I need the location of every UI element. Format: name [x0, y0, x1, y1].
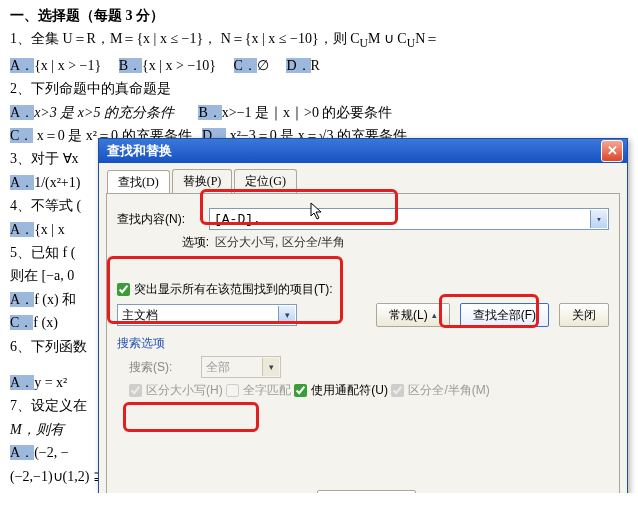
- red-box-4: [123, 402, 259, 432]
- dropdown-icon: ▾: [262, 358, 279, 376]
- dialog-tabs: 查找(D) 替换(P) 定位(G): [99, 163, 627, 193]
- whole-checkbox: 全字匹配: [226, 382, 291, 399]
- search-dir-dropdown: 全部 ▾: [201, 356, 281, 378]
- dropdown-icon[interactable]: ▾: [590, 210, 607, 228]
- find-replace-dialog: 查找和替换 ✕ 查找(D) 替换(P) 定位(G) 查找内容(N): [A-D]…: [98, 138, 628, 493]
- highlight-checkbox[interactable]: 突出显示所有在该范围找到的项目(T):: [117, 281, 333, 298]
- options-label: 选项:: [117, 234, 215, 251]
- tab-panel: 查找内容(N): [A-D]. ▾ 选项: 区分大小写, 区分全/半角 突出显示…: [106, 193, 620, 493]
- dropdown-icon[interactable]: ▾: [278, 306, 295, 324]
- tab-replace[interactable]: 替换(P): [172, 169, 233, 193]
- q2-opts-1: A．x>3 是 x>5 的充分条件 B．x>−1 是｜x｜>0 的必要条件: [10, 102, 628, 124]
- scope-dropdown[interactable]: 主文档 ▾: [117, 304, 297, 326]
- search-options-label: 搜索选项: [117, 335, 609, 352]
- case-checkbox: 区分大小写(H): [129, 382, 223, 399]
- close-button[interactable]: 关闭: [559, 303, 609, 327]
- halfwidth-checkbox: 区分全/半角(M): [391, 382, 489, 399]
- q1-options: A．{x | x > −1} B．{x | x > −10} C．∅ D．R: [10, 55, 628, 77]
- heading: 一、选择题（每题 3 分）: [10, 5, 628, 27]
- dialog-title: 查找和替换: [107, 142, 172, 160]
- tab-goto[interactable]: 定位(G): [234, 169, 297, 193]
- q2: 2、下列命题中的真命题是: [10, 78, 628, 100]
- search-dir-label: 搜索(S):: [129, 359, 201, 376]
- normal-button[interactable]: 常规(L)▴: [376, 303, 450, 327]
- find-all-button[interactable]: 查找全部(F): [460, 303, 549, 327]
- find-label: 查找内容(N):: [117, 211, 209, 228]
- q1: 1、全集 U＝R，M＝{x | x ≤ −1}， N＝{x | x ≤ −10}…: [10, 28, 628, 53]
- close-icon[interactable]: ✕: [601, 140, 623, 162]
- wildcard-checkbox[interactable]: 使用通配符(U): [294, 382, 388, 399]
- find-input[interactable]: [A-D]. ▾: [209, 208, 609, 230]
- tab-find[interactable]: 查找(D): [107, 170, 170, 194]
- special-char-button[interactable]: 特殊字符(E)▾: [317, 490, 416, 493]
- options-value: 区分大小写, 区分全/半角: [215, 234, 345, 251]
- dialog-titlebar[interactable]: 查找和替换 ✕: [99, 139, 627, 163]
